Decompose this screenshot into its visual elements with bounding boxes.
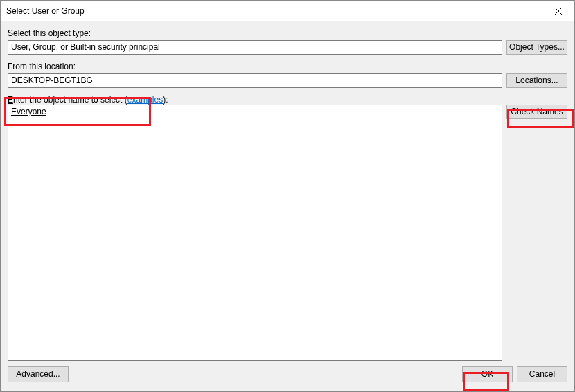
object-type-label: Select this object type: <box>8 28 567 38</box>
advanced-button[interactable]: Advanced... <box>8 366 69 382</box>
cancel-button[interactable]: Cancel <box>517 366 567 382</box>
close-icon <box>555 8 562 15</box>
object-type-field: User, Group, or Built-in security princi… <box>8 40 502 55</box>
dialog-content: Select this object type: User, Group, or… <box>1 21 574 391</box>
select-user-group-dialog: Select User or Group Select this object … <box>0 0 575 392</box>
titlebar: Select User or Group <box>1 1 574 21</box>
footer: Advanced... OK Cancel <box>8 361 567 382</box>
dialog-title: Select User or Group <box>6 6 542 16</box>
ok-button[interactable]: OK <box>462 366 513 382</box>
locations-button[interactable]: Locations... <box>506 73 567 88</box>
close-button[interactable] <box>542 1 574 21</box>
location-field: DESKTOP-BEGT1BG <box>8 73 502 88</box>
object-name-input[interactable]: Everyone <box>8 105 502 361</box>
from-location-label: From this location: <box>8 62 567 71</box>
object-types-button[interactable]: Object Types... <box>506 40 567 55</box>
examples-link[interactable]: examples <box>127 95 163 105</box>
enter-name-label: Enter the object name to select (example… <box>8 95 567 105</box>
check-names-button[interactable]: Check Names <box>506 105 567 119</box>
